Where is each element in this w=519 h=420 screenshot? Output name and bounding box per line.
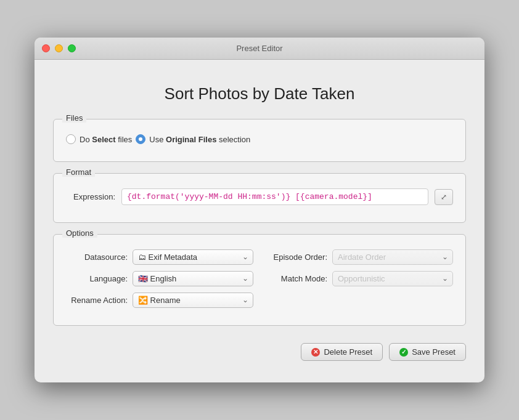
rename-action-label: Rename Action:: [66, 296, 128, 305]
format-section-label: Format: [62, 168, 95, 177]
traffic-lights: [42, 44, 76, 52]
datasource-wrapper: 🗂 Exif Metadata: [133, 249, 253, 265]
episode-order-select[interactable]: Airdate Order: [332, 249, 453, 265]
expand-icon: ⤢: [441, 193, 447, 201]
match-mode-wrapper: Opportunistic: [332, 271, 453, 286]
save-icon: ✓: [399, 348, 408, 357]
files-section: Files Do Select files Use Original Files…: [53, 119, 466, 162]
episode-order-wrapper: Airdate Order: [332, 249, 453, 265]
options-grid: Datasource: 🗂 Exif Metadata Episode Orde…: [66, 244, 453, 313]
expand-button[interactable]: ⤢: [435, 189, 453, 205]
datasource-label: Datasource:: [66, 252, 128, 262]
rename-action-row: Rename Action: 🔀 Rename: [66, 293, 253, 308]
delete-preset-label: Delete Preset: [324, 347, 372, 357]
match-mode-label: Match Mode:: [266, 274, 327, 283]
language-row: Language: 🇬🇧 English: [66, 271, 253, 286]
datasource-select[interactable]: 🗂 Exif Metadata: [133, 249, 253, 265]
maximize-button[interactable]: [68, 44, 76, 52]
window-content: Sort Photos by Date Taken Files Do Selec…: [35, 60, 484, 382]
page-title: Sort Photos by Date Taken: [53, 72, 466, 119]
main-window: Preset Editor Sort Photos by Date Taken …: [35, 38, 484, 382]
rename-action-select[interactable]: 🔀 Rename: [133, 293, 253, 308]
files-section-label: Files: [62, 113, 86, 123]
delete-preset-button[interactable]: ✕ Delete Preset: [301, 343, 383, 361]
use-original-radio[interactable]: [136, 134, 145, 144]
minimize-button[interactable]: [55, 44, 63, 52]
do-select-label: Do Select files: [80, 135, 132, 144]
language-wrapper: 🇬🇧 English: [133, 271, 253, 286]
save-preset-label: Save Preset: [412, 347, 456, 357]
window-title: Preset Editor: [236, 44, 282, 53]
format-row: Expression: ⤢: [66, 184, 453, 210]
do-select-radio[interactable]: [66, 134, 76, 144]
footer-buttons: ✕ Delete Preset ✓ Save Preset: [53, 337, 466, 364]
format-section: Format Expression: ⤢: [53, 173, 466, 223]
match-mode-row: Match Mode: Opportunistic: [266, 271, 453, 286]
episode-order-label: Episode Order:: [266, 252, 327, 262]
options-section: Options Datasource: 🗂 Exif Metadata Epis…: [53, 234, 466, 326]
language-select[interactable]: 🇬🇧 English: [133, 271, 253, 286]
delete-icon: ✕: [311, 348, 320, 357]
expression-input[interactable]: [121, 188, 428, 205]
episode-order-row: Episode Order: Airdate Order: [266, 249, 453, 265]
expression-label: Expression:: [66, 192, 115, 201]
match-mode-select[interactable]: Opportunistic: [332, 271, 453, 286]
language-label: Language:: [66, 274, 128, 283]
close-button[interactable]: [42, 44, 50, 52]
datasource-row: Datasource: 🗂 Exif Metadata: [66, 249, 253, 265]
save-preset-button[interactable]: ✓ Save Preset: [389, 343, 466, 361]
files-options-row: Do Select files Use Original Files selec…: [66, 129, 453, 149]
options-section-label: Options: [62, 228, 97, 238]
rename-action-wrapper: 🔀 Rename: [133, 293, 253, 308]
titlebar: Preset Editor: [35, 38, 484, 60]
use-original-label: Use Original Files selection: [149, 135, 250, 144]
